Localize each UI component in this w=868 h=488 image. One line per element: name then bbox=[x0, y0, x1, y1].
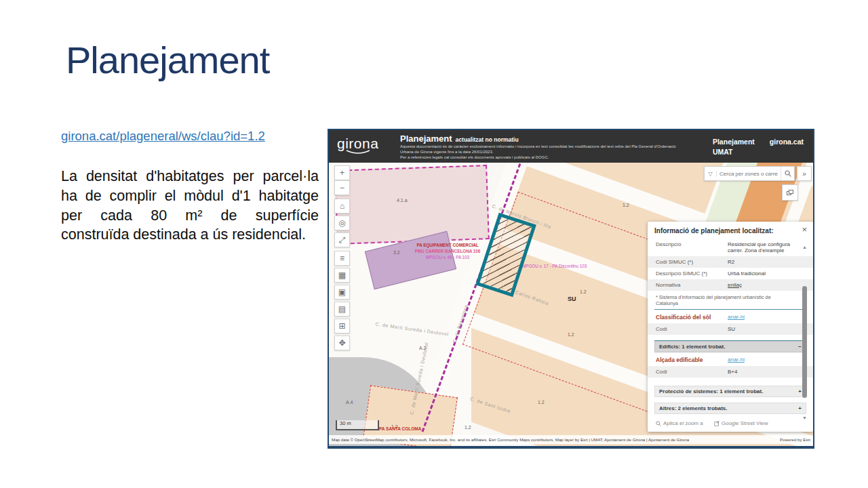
disclaimer-line-2: Per a referències legals cal consultar e… bbox=[400, 155, 685, 161]
row-label: Codi bbox=[656, 326, 724, 332]
map-app-screenshot: 4.1.a 3.2 A.2 A.4 SU 1.2 1.2 1.2 1.2 1.2… bbox=[328, 129, 814, 449]
girona-logo-text: girona bbox=[337, 136, 378, 151]
map-app-subtitle: actualitzat no normatiu bbox=[456, 136, 519, 143]
table-row: Codi SU bbox=[648, 323, 813, 335]
fullscreen-icon: ⤢ bbox=[339, 235, 346, 245]
menu-icon: ≡ bbox=[340, 253, 344, 263]
parcel-label-41a: 4.1.a bbox=[397, 198, 408, 203]
anar-hi-link[interactable]: anar-hi bbox=[728, 314, 793, 321]
parcel-label-su: SU bbox=[568, 296, 576, 302]
apply-zoom-label: Aplica el zoom a bbox=[663, 420, 703, 426]
table-row: Codi B+4 bbox=[648, 366, 813, 378]
double-chevron-icon: » bbox=[802, 170, 806, 178]
row-label: Normativa bbox=[656, 282, 724, 288]
panel-footnote: * Sistema d'informació del planejament u… bbox=[648, 291, 813, 309]
print-icon: ▤ bbox=[338, 304, 346, 314]
altres-section-header[interactable]: Altres: 2 elements trobats. + bbox=[654, 403, 806, 414]
zoom-out-button[interactable]: − bbox=[334, 180, 350, 195]
table-row: Descripció Residencial que configura car… bbox=[648, 239, 813, 256]
measure-button[interactable]: ⊞ bbox=[334, 319, 350, 333]
section-header-label: Edificis: 1 element trobat. bbox=[659, 344, 725, 350]
row-label: Codi bbox=[656, 369, 724, 375]
search-icon[interactable] bbox=[781, 167, 794, 180]
table-row: Descripció SIMUC (*) Urbà tradicional bbox=[648, 268, 813, 279]
minus-icon: − bbox=[340, 183, 344, 192]
zone-code-label: 1.2 bbox=[580, 289, 587, 294]
fullscreen-button[interactable]: ⤢ bbox=[334, 232, 350, 247]
row-value: Residencial que configura carrer. Zona d… bbox=[728, 241, 793, 253]
girona-plageneral-link[interactable]: girona.cat/plageneral/ws/clau?id=1.2 bbox=[61, 129, 265, 144]
proteccio-section-header[interactable]: Protecció de sistemes: 1 element trobat.… bbox=[654, 386, 806, 397]
close-icon[interactable]: × bbox=[802, 225, 807, 234]
info-panel: Informació de planejament localitzat: × … bbox=[648, 222, 813, 432]
section-title: Classificació del sòl bbox=[656, 314, 724, 321]
basemap-grid-icon: ▦ bbox=[338, 270, 346, 280]
page-title: Planejament bbox=[66, 38, 269, 82]
measure-icon: ⊞ bbox=[338, 321, 345, 331]
zone-code-label: 1.2 bbox=[465, 425, 471, 430]
pa-santa-coloma-label: PA SANTA COLOMA bbox=[379, 426, 421, 431]
zoom-to-icon bbox=[656, 421, 661, 426]
scroll-up-icon[interactable]: ▲ bbox=[802, 245, 807, 249]
row-value: B+4 bbox=[728, 369, 793, 375]
map-app-title: Planejamentactualitzat no normatiu bbox=[400, 134, 519, 144]
legend-button[interactable]: ≡ bbox=[334, 251, 350, 266]
pa-equipament-label: PA EQUIPAMENT COMERCIAL bbox=[393, 243, 502, 249]
row-value: Urbà tradicional bbox=[728, 270, 793, 277]
header-gironacat-link[interactable]: girona.cat bbox=[770, 137, 804, 157]
normativa-link[interactable]: enllaç bbox=[728, 282, 793, 288]
filter-dropdown-icon[interactable]: ▽ bbox=[705, 171, 717, 177]
expand-panel-button[interactable]: » bbox=[797, 166, 812, 181]
disclaimer-line-1: Aquesta documentació és de caràcter excl… bbox=[400, 144, 685, 155]
street-view-label: Google Street View bbox=[722, 420, 768, 426]
presentation-slide: Planejament girona.cat/plageneral/ws/cla… bbox=[0, 0, 868, 488]
search-input[interactable] bbox=[717, 171, 781, 177]
pan-icon: ✥ bbox=[338, 338, 345, 348]
panel-scrollbar[interactable] bbox=[802, 286, 807, 398]
apply-zoom-action[interactable]: Aplica el zoom a bbox=[656, 420, 703, 426]
edificis-section-header[interactable]: Edificis: 1 element trobat. − bbox=[654, 341, 806, 352]
scale-bar-label: 30 m bbox=[340, 420, 351, 426]
anar-hi-link[interactable]: anar-hi bbox=[728, 357, 793, 363]
expand-icon: + bbox=[798, 405, 802, 411]
pan-button[interactable]: ✥ bbox=[334, 336, 350, 350]
layers-button[interactable]: ▣ bbox=[334, 285, 350, 300]
parcel-label-a4: A.4 bbox=[346, 400, 353, 405]
zone-code-label: 1.2 bbox=[623, 203, 629, 207]
powered-by-text: Powered by Esri bbox=[780, 437, 810, 442]
map-app-disclaimer: Aquesta documentació és de caràcter excl… bbox=[400, 144, 685, 160]
basemap-gallery-button[interactable]: ▦ bbox=[334, 268, 350, 283]
row-label: Descripció SIMUC (*) bbox=[656, 270, 724, 277]
locate-icon: ◎ bbox=[338, 218, 345, 228]
zone-code-label: 1.2 bbox=[568, 332, 574, 337]
header-planejament-link[interactable]: Planejament bbox=[713, 137, 755, 147]
panel-footer: Aplica el zoom a Google Street View bbox=[648, 414, 813, 432]
home-button[interactable]: ⌂ bbox=[334, 199, 350, 214]
row-label: Codi SIMUC (*) bbox=[656, 259, 724, 265]
zone-code-label: 1.2 bbox=[538, 400, 545, 405]
girona-logo: girona bbox=[337, 136, 378, 155]
home-icon: ⌂ bbox=[340, 201, 344, 211]
table-row: Classificació del sòl anar-hi bbox=[648, 310, 813, 323]
scroll-down-icon[interactable]: ▼ bbox=[802, 415, 807, 420]
zoom-in-button[interactable]: + bbox=[334, 165, 350, 180]
section-title: Alçada edificable bbox=[656, 357, 724, 363]
layers-icon: ▣ bbox=[338, 287, 346, 297]
info-panel-title: Informació de planejament localitzat: bbox=[648, 222, 813, 239]
attribution-text: Map data © OpenStreetMap contributors, M… bbox=[332, 437, 689, 442]
locate-button[interactable]: ◎ bbox=[334, 216, 350, 230]
mpgou-17-label: MPGOU v. 17 - PA Discontinu 103 bbox=[522, 264, 587, 268]
map-pink-parcel bbox=[334, 165, 490, 245]
section-header-label: Protecció de sistemes: 1 element trobat. bbox=[659, 388, 763, 394]
plus-icon: + bbox=[340, 168, 344, 178]
google-street-view-action[interactable]: Google Street View bbox=[714, 420, 768, 426]
expand-icon: + bbox=[798, 388, 802, 394]
header-umat-link[interactable]: UMAT bbox=[713, 147, 755, 157]
row-value: R2 bbox=[728, 259, 793, 265]
row-label: Descripció bbox=[656, 241, 724, 253]
search-bar: ▽ bbox=[704, 166, 795, 181]
table-row: Codi SIMUC (*) R2 bbox=[648, 256, 813, 268]
print-button[interactable]: ▤ bbox=[334, 302, 350, 317]
header-right-links: Planejament UMAT girona.cat bbox=[713, 137, 804, 157]
duplicate-view-button[interactable] bbox=[782, 184, 798, 201]
